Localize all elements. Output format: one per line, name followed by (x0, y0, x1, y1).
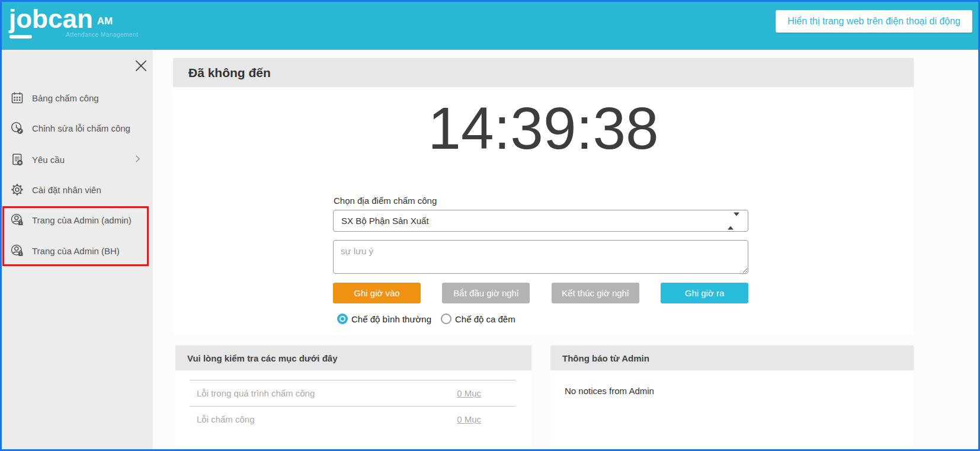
stamp-panel-body: 14:39:38 Chọn địa điểm chấm công SX Bộ P… (173, 87, 914, 335)
sidebar-item-admin-page-admin[interactable]: Trang của Admin (admin) (10, 210, 146, 230)
admin-notice-panel: Thông báo từ Admin No notices from Admin (550, 346, 914, 449)
check-row-count-link[interactable]: 0 Mục (457, 414, 481, 424)
sidebar-close-button[interactable] (133, 58, 149, 73)
clock-out-button[interactable]: Ghi giờ ra (661, 283, 748, 303)
calendar-icon (10, 91, 24, 105)
radio-night-shift-mode[interactable] (441, 314, 451, 324)
gear-icon (10, 183, 24, 197)
admin-notice-title: Thông báo từ Admin (562, 353, 649, 363)
sidebar-item-label: Trang của Admin (BH) (32, 246, 120, 256)
chevron-right-icon (132, 153, 143, 164)
location-select-label: Chọn địa điểm chấm công (334, 196, 437, 206)
check-items-panel: Vui lòng kiểm tra các mục dưới đây Lỗi t… (175, 346, 531, 449)
close-icon (133, 58, 149, 73)
sidebar-item-label: Trang của Admin (admin) (32, 215, 132, 225)
status-header: Đã không đến (173, 58, 914, 87)
sidebar-item-fix-stamp-errors[interactable]: Chỉnh sửa lỗi chấm công (10, 118, 146, 138)
sidebar-item-label: Yêu cầu (32, 155, 65, 165)
check-row-stamp-process-errors: Lỗi trong quá trình chấm công 0 Mục (190, 380, 515, 406)
check-row-count-link[interactable]: 0 Mục (457, 388, 481, 398)
note-textarea[interactable] (333, 240, 748, 274)
logo-text: jobcan (9, 4, 93, 33)
radio-normal-mode[interactable] (337, 314, 348, 324)
sidebar: Bảng chấm công Chỉnh sửa lỗi chấm công (2, 50, 153, 449)
clock-edit-icon (10, 121, 24, 135)
jobcan-logo: jobcanAM (9, 4, 113, 34)
logo-subtitle: Attendance Management (66, 31, 138, 38)
stamp-buttons-row: Ghi giờ vào Bắt đầu giờ nghỉ Kết thúc gi… (333, 283, 748, 303)
sidebar-item-employee-settings[interactable]: Cài đặt nhân viên (10, 180, 146, 200)
sidebar-item-admin-page-bh[interactable]: Trang của Admin (BH) (10, 241, 146, 261)
check-row-label: Lỗi trong quá trình chấm công (197, 388, 315, 398)
check-row-label: Lỗi chấm công (197, 414, 255, 424)
sidebar-item-timesheet[interactable]: Bảng chấm công (10, 88, 146, 108)
sidebar-item-label: Bảng chấm công (32, 93, 99, 103)
break-end-button[interactable]: Kết thúc giờ nghỉ (552, 283, 639, 303)
top-header: jobcanAM Attendance Management Hiển thị … (2, 2, 978, 50)
normal-mode-label[interactable]: Chế độ bình thường (351, 314, 431, 324)
mode-radio-group: Chế độ bình thường Chế độ ca đêm (337, 314, 525, 324)
app-window: jobcanAM Attendance Management Hiển thị … (0, 0, 980, 451)
current-time-clock: 14:39:38 (173, 95, 914, 161)
check-row-stamp-errors: Lỗi chấm công 0 Mục (190, 406, 515, 432)
admin-lock-icon (10, 244, 24, 258)
clock-in-button[interactable]: Ghi giờ vào (333, 283, 421, 303)
show-mobile-site-button[interactable]: Hiển thị trang web trên điện thoại di độ… (776, 10, 972, 33)
location-selected-value: SX Bộ Phận Sản Xuất (341, 216, 429, 226)
check-items-title: Vui lòng kiểm tra các mục dưới đây (187, 353, 338, 363)
night-shift-mode-label[interactable]: Chế độ ca đêm (455, 314, 515, 324)
sidebar-item-requests[interactable]: Yêu cầu (10, 149, 146, 169)
admin-lock-icon (10, 213, 24, 227)
sidebar-item-label: Chỉnh sửa lỗi chấm công (32, 123, 130, 133)
logo-underline (9, 35, 32, 39)
check-items-header: Vui lòng kiểm tra các mục dưới đây (175, 346, 531, 370)
request-document-icon (10, 152, 24, 167)
sidebar-item-label: Cài đặt nhân viên (32, 185, 101, 195)
break-start-button[interactable]: Bắt đầu giờ nghỉ (442, 283, 530, 303)
logo-suffix: AM (97, 15, 113, 27)
status-title: Đã không đến (188, 66, 271, 80)
select-arrows-icon (728, 216, 739, 226)
check-items-list: Lỗi trong quá trình chấm công 0 Mục Lỗi … (190, 380, 515, 432)
admin-notice-header: Thông báo từ Admin (550, 346, 914, 370)
location-select[interactable]: SX Bộ Phận Sản Xuất (333, 210, 748, 232)
stamp-panel: Đã không đến 14:39:38 Chọn địa điểm chấm… (173, 58, 914, 335)
admin-notice-empty-message: No notices from Admin (550, 370, 914, 396)
